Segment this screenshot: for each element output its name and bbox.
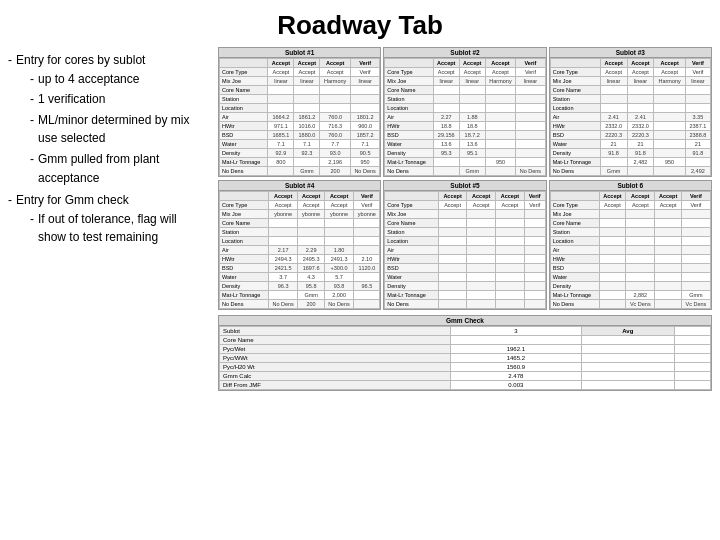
gmm-check-area: Gmm Check Sublot3AvgCore NamePyc/Wet1962… bbox=[218, 315, 712, 391]
cell-value bbox=[438, 228, 467, 237]
cell-value: Accept bbox=[438, 201, 467, 210]
table-row: No DensGmm2,492 bbox=[550, 167, 710, 176]
gmm-avg-label: Avg bbox=[581, 327, 674, 336]
table-row: Water bbox=[385, 273, 545, 282]
cell-value bbox=[496, 291, 525, 300]
col-header-1: Accept bbox=[459, 59, 485, 68]
table-row: Mat-Lr Tonnage8002,196950 bbox=[220, 158, 380, 167]
cell-value: Verif bbox=[524, 201, 545, 210]
cell-value bbox=[685, 104, 710, 113]
cell-value: 2.17 bbox=[268, 246, 298, 255]
cell-value: 950 bbox=[654, 158, 685, 167]
cell-value bbox=[268, 167, 294, 176]
cell-value bbox=[627, 86, 654, 95]
col-header-1: Accept bbox=[294, 59, 320, 68]
col-header-0: Accept bbox=[268, 59, 294, 68]
table-row: Water3.74.35.7 bbox=[220, 273, 380, 282]
cell-value: 960.0 bbox=[350, 122, 379, 131]
dash-1: - bbox=[8, 51, 12, 70]
cell-value bbox=[438, 219, 467, 228]
cell-value bbox=[438, 264, 467, 273]
cell-value: 3.7 bbox=[268, 273, 298, 282]
gmm-empty-2 bbox=[674, 381, 710, 390]
sub-label-1-4: Gmm pulled from plant acceptance bbox=[38, 150, 208, 187]
row-label: Station bbox=[220, 228, 269, 237]
cell-value: 2491.3 bbox=[324, 255, 354, 264]
cell-value bbox=[496, 237, 525, 246]
cell-value bbox=[268, 237, 298, 246]
cell-value bbox=[681, 264, 710, 273]
cell-value: 91.8 bbox=[600, 149, 627, 158]
gmm-empty-2 bbox=[674, 336, 710, 345]
col-header-0: Accept bbox=[433, 59, 459, 68]
col-header-empty bbox=[385, 59, 433, 68]
row-label: Mix Joe bbox=[220, 210, 269, 219]
row-label: No Dens bbox=[385, 300, 438, 309]
row-label: Air bbox=[385, 246, 438, 255]
cell-value: Accept bbox=[294, 68, 320, 77]
cell-value: 2,882 bbox=[626, 291, 655, 300]
row-label: Mat-Lr Tonnage bbox=[220, 158, 268, 167]
col-header-empty bbox=[385, 192, 438, 201]
cell-value: 1685.1 bbox=[268, 131, 294, 140]
row-label: Water bbox=[550, 140, 600, 149]
cell-value bbox=[600, 104, 627, 113]
col-header-2: Accept bbox=[320, 59, 350, 68]
cell-value bbox=[599, 291, 625, 300]
col-header-empty bbox=[220, 59, 268, 68]
row-label: Air bbox=[220, 113, 268, 122]
cell-value: 93.8 bbox=[324, 282, 354, 291]
row-label: HWtr bbox=[220, 255, 269, 264]
cell-value: 95.8 bbox=[298, 282, 324, 291]
cell-value bbox=[600, 95, 627, 104]
row-label: Density bbox=[385, 149, 433, 158]
bullet-label-1: Entry for cores by sublot bbox=[16, 53, 145, 67]
cell-value bbox=[496, 219, 525, 228]
cell-value: 5.7 bbox=[324, 273, 354, 282]
cell-value: Accept bbox=[654, 68, 685, 77]
col-header-empty bbox=[220, 192, 269, 201]
cell-value bbox=[654, 104, 685, 113]
cell-value bbox=[467, 291, 496, 300]
cell-value: 2332.0 bbox=[627, 122, 654, 131]
row-label: BSD bbox=[220, 264, 269, 273]
cell-value: ybonne bbox=[354, 210, 380, 219]
sublot-block: Sublot #5AcceptAcceptAcceptVerifCore Typ… bbox=[383, 180, 546, 310]
cell-value bbox=[654, 113, 685, 122]
gmm-header: Gmm Check bbox=[219, 316, 711, 326]
cell-value: 2.29 bbox=[298, 246, 324, 255]
gmm-table: Sublot3AvgCore NamePyc/Wet1962.1Pyc/WWt1… bbox=[219, 326, 711, 390]
gmm-row-label: Pyc/WWt bbox=[220, 354, 451, 363]
table-row: Core Name bbox=[550, 219, 710, 228]
gmm-data-row: Pyc/H20 Wt1560.9 bbox=[220, 363, 711, 372]
cell-value: 90.5 bbox=[350, 149, 379, 158]
cell-value bbox=[438, 282, 467, 291]
cell-value: linear bbox=[294, 77, 320, 86]
sub-label-1-2: 1 verification bbox=[38, 90, 105, 109]
cell-value: Gmm bbox=[298, 291, 324, 300]
cell-value bbox=[599, 219, 625, 228]
cell-value bbox=[685, 158, 710, 167]
cell-value: 21 bbox=[600, 140, 627, 149]
cell-value bbox=[524, 300, 545, 309]
table-row: Water212121 bbox=[550, 140, 710, 149]
cell-value bbox=[524, 264, 545, 273]
row-label: Density bbox=[220, 149, 268, 158]
gmm-row-label: Core Name bbox=[220, 336, 451, 345]
cell-value: Harmony bbox=[320, 77, 350, 86]
table-row: BSD2421.51697.6+300.01120.0 bbox=[220, 264, 380, 273]
row-label: HWtr bbox=[385, 255, 438, 264]
cell-value bbox=[433, 104, 459, 113]
cell-value: 2,196 bbox=[320, 158, 350, 167]
cell-value bbox=[524, 210, 545, 219]
row-label: Density bbox=[220, 282, 269, 291]
cell-value: 18.8 bbox=[459, 122, 485, 131]
cell-value bbox=[654, 167, 685, 176]
cell-value bbox=[354, 246, 380, 255]
table-row: Air2.172.291.80 bbox=[220, 246, 380, 255]
cell-value: 2388.8 bbox=[685, 131, 710, 140]
row-label: No Dens bbox=[220, 300, 269, 309]
cell-value bbox=[467, 219, 496, 228]
cell-value bbox=[681, 228, 710, 237]
cell-value bbox=[354, 228, 380, 237]
